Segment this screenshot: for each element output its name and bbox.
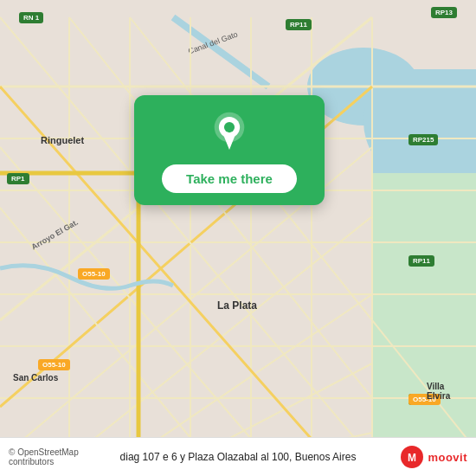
moovit-icon: M — [400, 445, 424, 469]
badge-rp13: RP13 — [431, 7, 457, 18]
attribution-text: © OpenStreetMap contributors — [9, 447, 100, 466]
label-ringuelet: Ringuelet — [38, 134, 87, 146]
map-background: Canal del Gato — [0, 0, 476, 476]
svg-rect-5 — [372, 277, 476, 381]
map-container: Canal del Gato — [0, 0, 476, 476]
svg-point-39 — [224, 122, 235, 132]
badge-rp11-top: RP11 — [286, 19, 312, 30]
svg-marker-40 — [223, 135, 235, 150]
bottom-bar: © OpenStreetMap contributors diag 107 e … — [0, 437, 476, 476]
svg-rect-3 — [372, 69, 476, 173]
badge-o55-10a: O55-10 — [78, 268, 110, 280]
moovit-text: moovit — [428, 451, 467, 464]
label-villa-elvira: VillaElvira — [424, 381, 453, 402]
take-me-there-button[interactable]: Take me there — [162, 164, 297, 193]
pin-icon — [207, 111, 252, 156]
moovit-logo: M moovit — [376, 445, 467, 469]
svg-text:M: M — [408, 452, 416, 464]
address-text: diag 107 e 6 y Plaza Olazabal al 100, Bu… — [100, 451, 376, 463]
location-card: Take me there — [134, 95, 325, 205]
badge-rn1: RN 1 — [19, 12, 43, 23]
badge-rp1: RP1 — [7, 173, 29, 184]
badge-rp11-mid: RP11 — [408, 255, 434, 267]
label-san-carlos: San Carlos — [10, 372, 61, 383]
label-la-plata: La Plata — [215, 299, 260, 312]
badge-o55-10b: O55-10 — [38, 359, 70, 370]
badge-rp215: RP215 — [408, 134, 438, 145]
